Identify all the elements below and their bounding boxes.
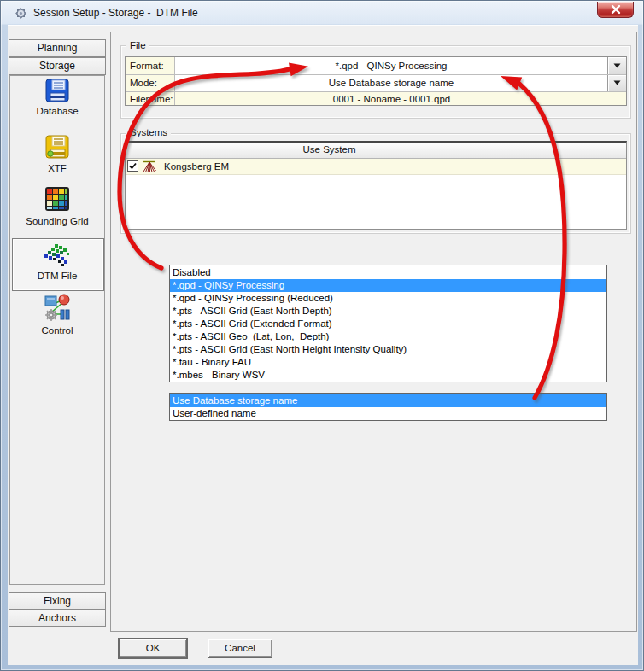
sidebar-item-sounding-grid-label[interactable]: Sounding Grid: [9, 216, 105, 226]
format-dropdown-button[interactable]: [607, 57, 626, 74]
mode-option-user-defined[interactable]: User-defined name: [170, 407, 606, 420]
sidebar-button-planning[interactable]: Planning: [9, 39, 106, 57]
sidebar-button-storage-label: Storage: [39, 60, 75, 72]
systems-table: Use System Kongsberg EM: [125, 141, 627, 230]
filename-row-spacer: [608, 92, 626, 105]
sidebar-item-sounding-grid[interactable]: [9, 185, 105, 216]
sidebar-item-dtm-file-icon-wrap[interactable]: [9, 242, 105, 271]
dtm-file-icon: [43, 242, 72, 268]
checkmark-icon: [128, 161, 138, 171]
format-row: Format: *.qpd - QINSy Processing: [126, 57, 626, 75]
filename-value: 0001 - Noname - 0001.qpd: [175, 92, 608, 105]
session-setup-window: Session Setup - Storage - DTM File Plann…: [0, 0, 644, 671]
format-option-disabled[interactable]: Disabled: [170, 266, 606, 279]
format-option-mbes[interactable]: *.mbes - Binary WSV: [170, 369, 606, 382]
format-option-fau[interactable]: *.fau - Binary FAU: [170, 356, 606, 369]
chevron-down-icon: [613, 80, 621, 85]
format-label: Format:: [126, 57, 175, 74]
format-option-pts-extended[interactable]: *.pts - ASCII Grid (Extended Format): [170, 318, 606, 330]
sidebar-button-storage[interactable]: Storage: [9, 57, 106, 75]
sidebar-button-fixing-label: Fixing: [44, 595, 71, 607]
close-button[interactable]: [597, 2, 634, 18]
sidebar-item-control[interactable]: [9, 294, 105, 326]
mode-label: Mode:: [126, 75, 175, 92]
ok-button[interactable]: OK: [119, 639, 187, 658]
format-option-qpd-processing[interactable]: *.qpd - QINSy Processing: [170, 279, 606, 292]
cancel-button-label: Cancel: [225, 643, 255, 653]
control-icon: [43, 294, 72, 323]
chevron-down-icon: [613, 63, 621, 68]
mode-options-listbox: Use Database storage name User-defined n…: [169, 393, 607, 421]
sidebar-button-anchors[interactable]: Anchors: [9, 610, 106, 627]
multibeam-fan-icon: [141, 159, 158, 174]
sidebar-button-fixing[interactable]: Fixing: [9, 592, 106, 610]
mode-option-database-name[interactable]: Use Database storage name: [170, 394, 606, 407]
sidebar-button-planning-label: Planning: [38, 42, 78, 54]
sidebar-item-database-label[interactable]: Database: [9, 106, 105, 116]
sounding-grid-icon: [44, 185, 71, 213]
format-combobox[interactable]: *.qpd - QINSy Processing: [175, 57, 607, 74]
systems-table-header: Use System: [126, 143, 626, 159]
cancel-button[interactable]: Cancel: [208, 639, 272, 658]
ok-button-label: OK: [146, 643, 161, 653]
sidebar-item-xtf[interactable]: [9, 133, 105, 164]
system-name: Kongsberg EM: [164, 159, 229, 174]
app-gear-icon: [14, 6, 28, 20]
sidebar-button-anchors-label: Anchors: [38, 612, 76, 624]
filename-row: Filename: 0001 - Noname - 0001.qpd: [126, 92, 626, 105]
sidebar-item-database[interactable]: [9, 77, 105, 108]
format-option-pts-geo[interactable]: *.pts - ASCII Geo (Lat, Lon, Depth): [170, 330, 606, 343]
use-system-checkbox[interactable]: [127, 160, 138, 172]
format-option-pts-east-north-depth[interactable]: *.pts - ASCII Grid (East North Depth): [170, 305, 606, 318]
sidebar-item-dtm-file-label[interactable]: DTM File: [9, 271, 105, 281]
systems-group-title: Systems: [126, 127, 171, 137]
mode-row: Mode: Use Database storage name: [126, 75, 626, 93]
file-group-title: File: [126, 40, 149, 50]
format-option-qpd-reduced[interactable]: *.qpd - QINSy Processing (Reduced): [170, 292, 606, 305]
window-title: Session Setup - Storage - DTM File: [33, 7, 198, 19]
use-system-column-header: Use System: [126, 143, 533, 158]
sidebar-item-control-label[interactable]: Control: [9, 325, 105, 336]
file-settings-table: Format: *.qpd - QINSy Processing Mode: U…: [125, 56, 627, 106]
database-floppy-icon: [44, 77, 71, 104]
format-option-pts-height-intensity-quality[interactable]: *.pts - ASCII Grid (East North Height In…: [170, 343, 606, 356]
xtf-floppy-icon: [44, 133, 71, 160]
filename-label: Filename:: [126, 92, 175, 105]
format-options-listbox: Disabled *.qpd - QINSy Processing *.qpd …: [169, 265, 607, 382]
system-row-kongsberg-em[interactable]: Kongsberg EM: [126, 159, 626, 175]
close-icon: [609, 4, 623, 15]
titlebar: Session Setup - Storage - DTM File: [1, 1, 644, 25]
mode-combobox[interactable]: Use Database storage name: [175, 75, 607, 92]
mode-dropdown-button[interactable]: [607, 75, 626, 92]
sidebar-item-xtf-label[interactable]: XTF: [9, 163, 105, 173]
